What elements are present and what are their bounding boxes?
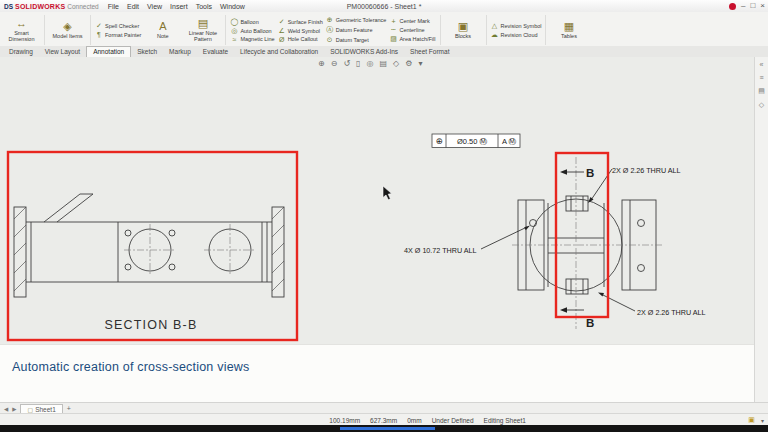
mouse-cursor: [383, 186, 392, 200]
ribbon-button-centerline[interactable]: ┄ Centerline: [389, 26, 435, 34]
ds-logo-icon: DS: [4, 3, 13, 10]
properties-pane-icon[interactable]: ◇: [759, 101, 764, 109]
tab-sketch[interactable]: Sketch: [131, 47, 163, 57]
viewbar-expand-icon[interactable]: ▾: [418, 59, 422, 68]
menu-insert[interactable]: Insert: [166, 3, 192, 10]
centerlines: [124, 157, 664, 329]
ribbon-button-magnetic-line[interactable]: ≈ Magnetic Line: [230, 36, 274, 43]
sheet-next-icon[interactable]: ▶: [12, 406, 16, 412]
menu-file[interactable]: File: [104, 3, 123, 10]
tab-view-layout[interactable]: View Layout: [39, 47, 86, 57]
menu-edit[interactable]: Edit: [123, 3, 143, 10]
ribbon-button-smart-dimension[interactable]: ↔ Smart Dimension: [3, 13, 40, 47]
section-letter-bottom: B: [586, 317, 594, 329]
center-mark-icon: +: [389, 18, 397, 25]
hole-callout-icon: Ø: [278, 36, 286, 43]
brand-name: SOLIDWORKS: [15, 3, 65, 10]
tab-evaluate[interactable]: Evaluate: [197, 47, 234, 57]
ribbon-button-balloon[interactable]: ◯ Balloon: [230, 18, 274, 26]
ribbon-button-format-painter[interactable]: ¶ Format Painter: [95, 31, 141, 38]
ribbon-button-datum-feature[interactable]: Ⓐ Datum Feature: [326, 25, 387, 35]
menu-view[interactable]: View: [143, 3, 166, 10]
datum-feature-icon: Ⓐ: [326, 25, 334, 35]
appearances-pane-icon[interactable]: ▤: [758, 87, 765, 95]
ribbon-button-geometric-tolerance[interactable]: ⊕ Geometric Tolerance: [326, 16, 387, 24]
minimize-button[interactable]: –: [741, 2, 745, 10]
ribbon-button-datum-target[interactable]: ⊙ Datum Target: [326, 36, 387, 44]
tab-drawing[interactable]: Drawing: [3, 47, 39, 57]
ribbon-button-revision-cloud[interactable]: ☁ Revision Cloud: [491, 31, 542, 39]
dimension-left[interactable]: 4X Ø 10.72 THRU ALL: [404, 246, 477, 255]
dimension-bottom[interactable]: 2X Ø 2.26 THRU ALL: [637, 308, 706, 317]
magnetic-line-icon: ≈: [230, 36, 238, 43]
tab-markup[interactable]: Markup: [163, 47, 197, 57]
ribbon-button-auto-balloon[interactable]: ◎ Auto Balloon: [230, 27, 274, 35]
ribbon-button-note[interactable]: A Note: [144, 13, 181, 47]
view-settings-icon[interactable]: ⚙: [405, 59, 412, 68]
section-bb-view[interactable]: [14, 194, 284, 297]
ribbon-button-tables[interactable]: ▦ Tables: [550, 13, 587, 47]
sheet-prev-icon[interactable]: ◀: [4, 406, 8, 412]
section-view-label: SECTION B-B: [104, 318, 197, 332]
status-sheet-icon[interactable]: ▣: [748, 416, 755, 424]
ribbon-button-surface-finish[interactable]: ✓ Surface Finish: [278, 18, 323, 26]
drawing-sheet[interactable]: ⊕ Ø0.50 Ⓜ A Ⓜ 2X Ø 2.26 THRU ALL 4X Ø 10…: [0, 57, 754, 402]
close-button[interactable]: ×: [760, 2, 765, 10]
tab-annotation[interactable]: Annotation: [86, 46, 131, 57]
smart-dimension-icon: ↔: [16, 18, 27, 29]
menu-window[interactable]: Window: [216, 3, 249, 10]
zoom-fit-icon[interactable]: ⊕: [318, 59, 325, 68]
ribbon-button-weld-symbol[interactable]: ∠ Weld Symbol: [278, 27, 323, 35]
tab-lifecycle-collaboration[interactable]: Lifecycle and Collaboration: [234, 47, 324, 57]
ribbon-separator: [545, 15, 546, 45]
zoom-window-icon[interactable]: ⊖: [331, 59, 338, 68]
revision-symbol-icon: △: [491, 22, 499, 30]
ribbon-button-hole-callout[interactable]: Ø Hole Callout: [278, 36, 323, 43]
graphics-area[interactable]: Automatic creation of cross-section view…: [0, 57, 754, 402]
task-pane-icon[interactable]: ≡: [759, 74, 763, 81]
auto-balloon-icon: ◎: [230, 27, 238, 35]
heads-up-view-toolbar: ⊕ ⊖ ↺ ▯ ◎ ▤ ◇ ⚙ ▾: [318, 59, 422, 68]
tab-solidworks-add-ins[interactable]: SOLIDWORKS Add-Ins: [324, 47, 404, 57]
hide-show-icon[interactable]: ◇: [393, 59, 399, 68]
tab-sheet-format[interactable]: Sheet Format: [404, 47, 455, 57]
collapse-pane-icon[interactable]: «: [760, 61, 764, 68]
dimension-top[interactable]: 2X Ø 2.26 THRU ALL: [612, 166, 681, 175]
status-z-coordinate: 0mm: [407, 417, 421, 424]
fcf-tolerance: Ø0.50 Ⓜ: [457, 137, 488, 146]
ribbon-button-model-items[interactable]: ◈ Model Items: [49, 13, 86, 47]
model-items-icon: ◈: [63, 21, 71, 32]
tables-icon: ▦: [564, 21, 574, 32]
previous-view-icon[interactable]: ↺: [343, 59, 350, 68]
user-presence-icon[interactable]: [729, 3, 736, 10]
ribbon-button-revision-symbol[interactable]: △ Revision Symbol: [491, 22, 542, 30]
weld-symbol-icon: ∠: [278, 27, 286, 35]
status-y-coordinate: 627.3mm: [370, 417, 397, 424]
maximize-button[interactable]: □: [750, 2, 755, 10]
ribbon-button-center-mark[interactable]: + Center Mark: [389, 18, 435, 25]
display-style-icon[interactable]: ▤: [380, 59, 388, 68]
ribbon-separator: [486, 15, 487, 45]
app-logo: DS SOLIDWORKS Connected: [0, 3, 104, 10]
ribbon-button-spell-checker[interactable]: ✓ Spell Checker: [95, 22, 141, 30]
ribbon-button-linear-note-pattern[interactable]: ▤ Linear Note Pattern: [184, 13, 221, 47]
section-view-icon[interactable]: ▯: [356, 59, 360, 68]
add-sheet-button[interactable]: +: [67, 405, 71, 412]
centerline-icon: ┄: [389, 26, 397, 34]
balloon-icon: ◯: [230, 18, 238, 26]
ribbon-separator: [90, 15, 91, 45]
ribbon-separator: [440, 15, 441, 45]
format-painter-icon: ¶: [95, 31, 103, 38]
ribbon-button-blocks[interactable]: ▣ Blocks: [445, 13, 482, 47]
fcf-datum: A Ⓜ: [502, 137, 517, 146]
feature-control-frame[interactable]: ⊕ Ø0.50 Ⓜ A Ⓜ: [432, 134, 520, 148]
ribbon-button-area-hatch-fill[interactable]: ▨ Area Hatch/Fill: [389, 35, 435, 43]
brand-edition: Connected: [67, 3, 98, 10]
menu-tools[interactable]: Tools: [192, 3, 216, 10]
task-pane-strip: « ≡ ▤ ◇: [754, 57, 768, 402]
flange-hatching: [14, 207, 284, 291]
sheet-icon: ▢: [27, 406, 33, 413]
datum-target-icon: ⊙: [326, 36, 334, 44]
view-orientation-icon[interactable]: ◎: [367, 59, 374, 68]
status-dropdown-icon[interactable]: ▾: [761, 417, 764, 424]
